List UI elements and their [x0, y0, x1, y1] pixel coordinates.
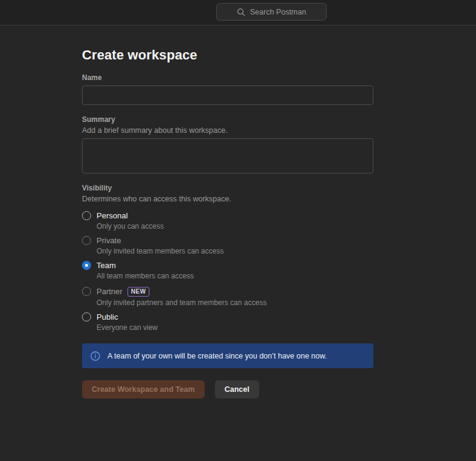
top-bar: Search Postman — [0, 0, 476, 25]
option-description: Only invited team members can access — [97, 247, 476, 255]
radio-circle-icon[interactable] — [82, 287, 91, 296]
cancel-button[interactable]: Cancel — [215, 380, 259, 399]
option-label: Public — [97, 312, 118, 321]
visibility-option-private: Private Only invited team members can ac… — [82, 236, 476, 255]
option-label: Personal — [97, 211, 127, 220]
visibility-options: Personal Only you can access Private Onl… — [82, 211, 476, 332]
info-banner: A team of your own will be created since… — [82, 343, 373, 368]
radio-team[interactable]: Team — [82, 261, 476, 270]
radio-selected-icon[interactable] — [82, 261, 91, 270]
visibility-label: Visibility — [82, 184, 476, 192]
create-workspace-button[interactable]: Create Workspace and Team — [82, 380, 205, 399]
summary-hint: Add a brief summary about this workspace… — [82, 126, 476, 135]
option-label: Team — [97, 261, 116, 270]
option-label: Partner — [97, 287, 123, 296]
summary-label: Summary — [82, 115, 476, 124]
visibility-option-personal: Personal Only you can access — [82, 211, 476, 231]
radio-circle-icon[interactable] — [82, 236, 91, 245]
search-input[interactable]: Search Postman — [216, 3, 327, 21]
radio-private[interactable]: Private — [82, 236, 476, 245]
radio-personal[interactable]: Personal — [82, 211, 476, 220]
option-label: Private — [97, 236, 121, 245]
banner-text: A team of your own will be created since… — [107, 352, 327, 360]
radio-circle-icon[interactable] — [82, 312, 91, 321]
create-workspace-page: Create workspace Name Summary Add a brie… — [0, 47, 476, 399]
visibility-option-team: Team All team members can access — [82, 261, 476, 280]
name-field[interactable] — [82, 86, 373, 105]
option-description: Everyone can view — [97, 323, 476, 332]
action-buttons: Create Workspace and Team Cancel — [82, 380, 476, 399]
summary-field[interactable] — [82, 138, 373, 173]
info-icon — [90, 351, 100, 361]
radio-public[interactable]: Public — [82, 312, 476, 321]
radio-partner[interactable]: PartnerNEW — [82, 286, 476, 297]
visibility-option-partner: PartnerNEW Only invited partners and tea… — [82, 286, 476, 307]
option-description: Only invited partners and team members c… — [97, 298, 476, 307]
page-title: Create workspace — [82, 47, 476, 63]
radio-circle-icon[interactable] — [82, 211, 91, 220]
visibility-hint: Determines who can access this workspace… — [82, 195, 476, 203]
search-placeholder: Search Postman — [250, 8, 306, 16]
option-description: All team members can access — [97, 272, 476, 280]
option-description: Only you can access — [97, 222, 476, 231]
new-badge: NEW — [127, 287, 150, 297]
visibility-option-public: Public Everyone can view — [82, 312, 476, 332]
name-label: Name — [82, 73, 476, 82]
search-icon — [237, 8, 245, 16]
